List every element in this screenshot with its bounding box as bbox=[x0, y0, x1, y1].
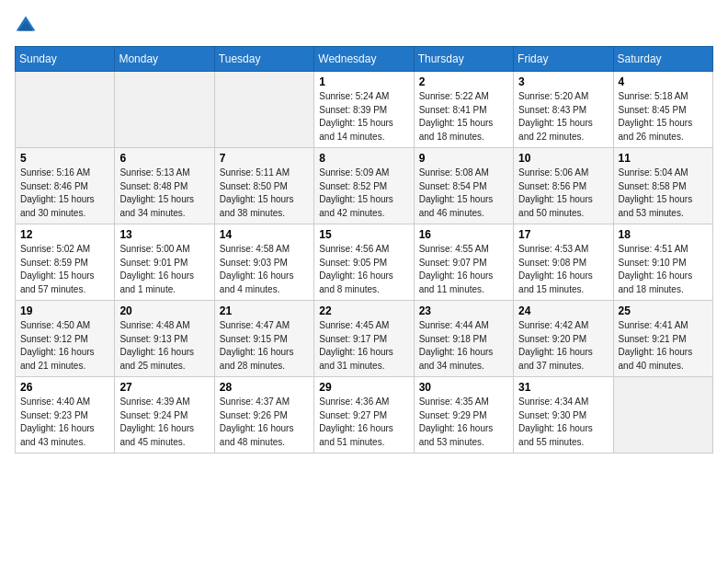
day-number: 9 bbox=[419, 152, 508, 165]
calendar-cell: 19Sunrise: 4:50 AM Sunset: 9:12 PM Dayli… bbox=[16, 301, 115, 377]
calendar-week-row: 5Sunrise: 5:16 AM Sunset: 8:46 PM Daylig… bbox=[16, 148, 713, 224]
day-info: Sunrise: 5:18 AM Sunset: 8:45 PM Dayligh… bbox=[619, 90, 708, 144]
day-number: 30 bbox=[419, 381, 508, 394]
day-number: 3 bbox=[518, 75, 608, 88]
day-info: Sunrise: 4:44 AM Sunset: 9:18 PM Dayligh… bbox=[419, 319, 508, 373]
day-number: 24 bbox=[518, 304, 608, 317]
day-number: 23 bbox=[419, 304, 508, 317]
day-info: Sunrise: 4:58 AM Sunset: 9:03 PM Dayligh… bbox=[220, 243, 309, 296]
day-info: Sunrise: 4:37 AM Sunset: 9:26 PM Dayligh… bbox=[220, 396, 309, 449]
day-info: Sunrise: 4:53 AM Sunset: 9:08 PM Dayligh… bbox=[518, 243, 608, 296]
day-info: Sunrise: 4:45 AM Sunset: 9:17 PM Dayligh… bbox=[319, 319, 408, 373]
calendar-cell: 12Sunrise: 5:02 AM Sunset: 8:59 PM Dayli… bbox=[16, 224, 115, 301]
day-number: 22 bbox=[319, 304, 408, 317]
calendar-header-friday: Friday bbox=[514, 47, 613, 72]
day-number: 10 bbox=[518, 152, 608, 165]
calendar-cell: 15Sunrise: 4:56 AM Sunset: 9:05 PM Dayli… bbox=[314, 224, 414, 301]
calendar-cell: 1Sunrise: 5:24 AM Sunset: 8:39 PM Daylig… bbox=[314, 72, 414, 148]
calendar-week-row: 19Sunrise: 4:50 AM Sunset: 9:12 PM Dayli… bbox=[16, 301, 713, 377]
day-number: 20 bbox=[119, 304, 209, 317]
calendar-cell: 20Sunrise: 4:48 AM Sunset: 9:13 PM Dayli… bbox=[115, 301, 214, 377]
calendar-cell: 8Sunrise: 5:09 AM Sunset: 8:52 PM Daylig… bbox=[314, 148, 414, 224]
calendar-cell: 5Sunrise: 5:16 AM Sunset: 8:46 PM Daylig… bbox=[16, 148, 115, 224]
day-info: Sunrise: 4:42 AM Sunset: 9:20 PM Dayligh… bbox=[518, 319, 608, 373]
day-number: 4 bbox=[619, 75, 708, 88]
day-number: 13 bbox=[119, 228, 209, 241]
day-number: 6 bbox=[119, 152, 209, 165]
calendar-week-row: 1Sunrise: 5:24 AM Sunset: 8:39 PM Daylig… bbox=[16, 72, 713, 148]
day-info: Sunrise: 4:55 AM Sunset: 9:07 PM Dayligh… bbox=[419, 243, 508, 296]
calendar-week-row: 12Sunrise: 5:02 AM Sunset: 8:59 PM Dayli… bbox=[16, 224, 713, 301]
day-number: 16 bbox=[419, 228, 508, 241]
day-info: Sunrise: 4:36 AM Sunset: 9:27 PM Dayligh… bbox=[319, 396, 408, 449]
day-number: 5 bbox=[20, 152, 109, 165]
day-info: Sunrise: 4:47 AM Sunset: 9:15 PM Dayligh… bbox=[220, 319, 309, 373]
calendar-cell: 13Sunrise: 5:00 AM Sunset: 9:01 PM Dayli… bbox=[115, 224, 214, 301]
day-number: 18 bbox=[619, 228, 708, 241]
calendar-cell: 9Sunrise: 5:08 AM Sunset: 8:54 PM Daylig… bbox=[414, 148, 513, 224]
day-info: Sunrise: 4:35 AM Sunset: 9:29 PM Dayligh… bbox=[419, 396, 508, 449]
calendar-header-wednesday: Wednesday bbox=[314, 47, 414, 72]
day-info: Sunrise: 5:00 AM Sunset: 9:01 PM Dayligh… bbox=[119, 243, 209, 296]
day-info: Sunrise: 4:34 AM Sunset: 9:30 PM Dayligh… bbox=[518, 396, 608, 449]
calendar-cell: 28Sunrise: 4:37 AM Sunset: 9:26 PM Dayli… bbox=[214, 377, 313, 454]
calendar-cell: 17Sunrise: 4:53 AM Sunset: 9:08 PM Dayli… bbox=[514, 224, 613, 301]
calendar-header-monday: Monday bbox=[115, 47, 214, 72]
day-number: 7 bbox=[220, 152, 309, 165]
calendar-cell: 27Sunrise: 4:39 AM Sunset: 9:24 PM Dayli… bbox=[115, 377, 214, 454]
day-number: 11 bbox=[619, 152, 708, 165]
day-number: 27 bbox=[119, 381, 209, 394]
day-info: Sunrise: 5:11 AM Sunset: 8:50 PM Dayligh… bbox=[220, 167, 309, 220]
calendar-cell: 30Sunrise: 4:35 AM Sunset: 9:29 PM Dayli… bbox=[414, 377, 513, 454]
day-info: Sunrise: 5:16 AM Sunset: 8:46 PM Dayligh… bbox=[20, 167, 109, 220]
calendar-cell: 29Sunrise: 4:36 AM Sunset: 9:27 PM Dayli… bbox=[314, 377, 414, 454]
day-info: Sunrise: 4:41 AM Sunset: 9:21 PM Dayligh… bbox=[619, 319, 708, 373]
calendar-cell: 10Sunrise: 5:06 AM Sunset: 8:56 PM Dayli… bbox=[514, 148, 613, 224]
calendar-cell: 25Sunrise: 4:41 AM Sunset: 9:21 PM Dayli… bbox=[613, 301, 712, 377]
day-number: 15 bbox=[319, 228, 408, 241]
day-info: Sunrise: 4:56 AM Sunset: 9:05 PM Dayligh… bbox=[319, 243, 408, 296]
day-number: 17 bbox=[518, 228, 608, 241]
day-number: 21 bbox=[220, 304, 309, 317]
calendar-cell bbox=[214, 72, 313, 148]
day-info: Sunrise: 4:50 AM Sunset: 9:12 PM Dayligh… bbox=[20, 319, 109, 373]
calendar-header-sunday: Sunday bbox=[16, 47, 115, 72]
calendar-cell: 2Sunrise: 5:22 AM Sunset: 8:41 PM Daylig… bbox=[414, 72, 513, 148]
logo bbox=[15, 15, 40, 37]
day-info: Sunrise: 4:48 AM Sunset: 9:13 PM Dayligh… bbox=[119, 319, 209, 373]
day-number: 8 bbox=[319, 152, 408, 165]
day-info: Sunrise: 4:40 AM Sunset: 9:23 PM Dayligh… bbox=[20, 396, 109, 449]
day-info: Sunrise: 5:09 AM Sunset: 8:52 PM Dayligh… bbox=[319, 167, 408, 220]
day-number: 29 bbox=[319, 381, 408, 394]
calendar-header-thursday: Thursday bbox=[414, 47, 513, 72]
calendar-cell: 23Sunrise: 4:44 AM Sunset: 9:18 PM Dayli… bbox=[414, 301, 513, 377]
logo-icon bbox=[15, 15, 37, 37]
calendar-week-row: 26Sunrise: 4:40 AM Sunset: 9:23 PM Dayli… bbox=[16, 377, 713, 454]
day-info: Sunrise: 5:13 AM Sunset: 8:48 PM Dayligh… bbox=[119, 167, 209, 220]
calendar-cell bbox=[115, 72, 214, 148]
day-info: Sunrise: 5:20 AM Sunset: 8:43 PM Dayligh… bbox=[518, 90, 608, 144]
calendar-header-row: SundayMondayTuesdayWednesdayThursdayFrid… bbox=[16, 47, 713, 72]
calendar-cell: 21Sunrise: 4:47 AM Sunset: 9:15 PM Dayli… bbox=[214, 301, 313, 377]
day-number: 2 bbox=[419, 75, 508, 88]
calendar-cell: 14Sunrise: 4:58 AM Sunset: 9:03 PM Dayli… bbox=[214, 224, 313, 301]
day-info: Sunrise: 5:22 AM Sunset: 8:41 PM Dayligh… bbox=[419, 90, 508, 144]
calendar-cell: 7Sunrise: 5:11 AM Sunset: 8:50 PM Daylig… bbox=[214, 148, 313, 224]
day-number: 26 bbox=[20, 381, 109, 394]
calendar-cell bbox=[16, 72, 115, 148]
calendar-cell bbox=[613, 377, 712, 454]
calendar-table: SundayMondayTuesdayWednesdayThursdayFrid… bbox=[15, 46, 713, 454]
calendar-header-saturday: Saturday bbox=[613, 47, 712, 72]
calendar-cell: 4Sunrise: 5:18 AM Sunset: 8:45 PM Daylig… bbox=[613, 72, 712, 148]
day-info: Sunrise: 5:02 AM Sunset: 8:59 PM Dayligh… bbox=[20, 243, 109, 296]
day-number: 19 bbox=[20, 304, 109, 317]
calendar-cell: 26Sunrise: 4:40 AM Sunset: 9:23 PM Dayli… bbox=[16, 377, 115, 454]
day-info: Sunrise: 5:04 AM Sunset: 8:58 PM Dayligh… bbox=[619, 167, 708, 220]
day-info: Sunrise: 5:06 AM Sunset: 8:56 PM Dayligh… bbox=[518, 167, 608, 220]
calendar-cell: 11Sunrise: 5:04 AM Sunset: 8:58 PM Dayli… bbox=[613, 148, 712, 224]
day-number: 31 bbox=[518, 381, 608, 394]
day-info: Sunrise: 5:24 AM Sunset: 8:39 PM Dayligh… bbox=[319, 90, 408, 144]
day-info: Sunrise: 5:08 AM Sunset: 8:54 PM Dayligh… bbox=[419, 167, 508, 220]
page-header bbox=[15, 15, 713, 37]
day-number: 28 bbox=[220, 381, 309, 394]
